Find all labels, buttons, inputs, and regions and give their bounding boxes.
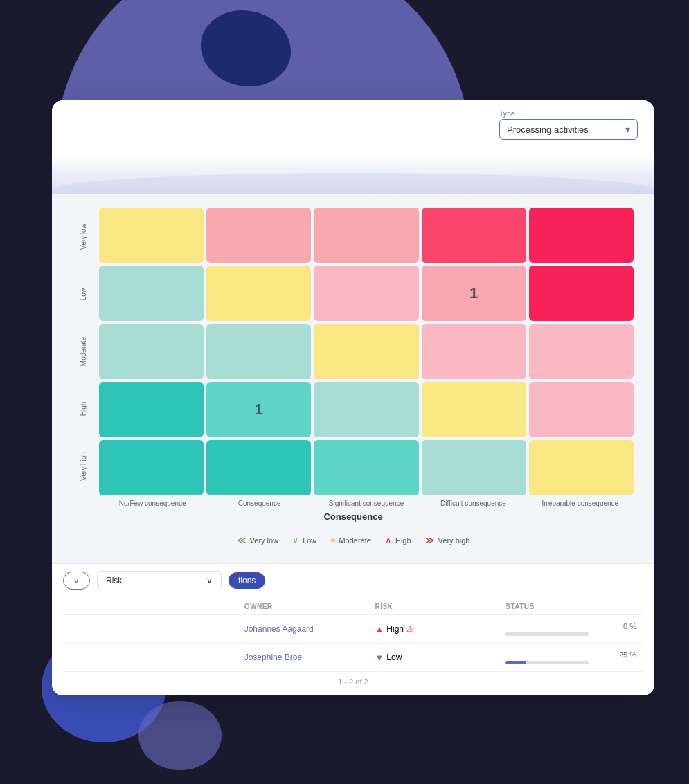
row1-risk: ▲ High ⚠ <box>375 624 505 635</box>
y-label-low: Low <box>55 284 111 304</box>
cell-r5-c5[interactable] <box>529 440 634 495</box>
legend-item-moderate: ≈ Moderate <box>330 535 371 545</box>
cell-r3-c5[interactable] <box>529 324 634 379</box>
cell-r2-c5[interactable] <box>529 266 634 321</box>
cell-r1-c2[interactable] <box>206 208 311 263</box>
warning-icon: ⚠ <box>406 624 414 634</box>
cell-r4-c3[interactable] <box>314 382 418 437</box>
table-row: Johannes Aagaard ▲ High ⚠ 0 % <box>63 615 643 644</box>
row1-progress-bar <box>505 632 589 636</box>
consequence-title: Consequence <box>73 511 634 522</box>
cell-r2-c3[interactable] <box>314 266 418 321</box>
x-axis: No/Few consequence Consequence Significa… <box>73 500 634 507</box>
cell-r5-c2[interactable] <box>206 440 311 495</box>
very-high-icon: ≫ <box>425 535 435 545</box>
bottom-section: ∨ Risk ∨ tions OWNER RISK STATUS Johanne… <box>52 563 654 695</box>
cell-r3-c3[interactable] <box>314 324 418 379</box>
chevron-down-icon: ▾ <box>625 124 630 135</box>
legend-item-veryhigh: ≫ Very high <box>425 535 470 545</box>
cell-r3-c4[interactable] <box>422 324 526 379</box>
cell-r4-c2[interactable]: 1 <box>206 382 311 437</box>
matrix-wrapper: Very high High Moderate Low Very low 1 <box>73 208 634 495</box>
col-header-owner: OWNER <box>244 603 375 610</box>
legend-label-veryhigh: Very high <box>438 536 470 545</box>
actions-label: tions <box>238 576 256 585</box>
table-row: Josephine Broe ▼ Low 25 % <box>63 644 643 672</box>
card-header: Type Processing activities ▾ <box>52 100 654 156</box>
row1-percent: 0 % <box>505 622 636 630</box>
cell-r3-c2[interactable] <box>206 324 311 379</box>
row2-progress-fill <box>505 661 526 664</box>
cell-r5-c1[interactable] <box>99 440 204 495</box>
x-label-2: Consequence <box>206 500 312 507</box>
cell-r1-c5[interactable] <box>529 208 634 263</box>
row1-status: 0 % <box>505 622 636 636</box>
cell-r2-c4[interactable]: 1 <box>422 266 526 321</box>
type-dropdown[interactable]: Processing activities ▾ <box>499 119 638 140</box>
low-icon: ∨ <box>292 535 299 545</box>
y-label-high: High <box>55 399 111 419</box>
cell-r4-c4[interactable] <box>422 382 526 437</box>
risk-legend: ≪ Very low ∨ Low ≈ Moderate ∧ High ≫ Ver… <box>73 529 634 551</box>
arrow-down-icon: ▼ <box>375 653 384 663</box>
y-label-moderate: Moderate <box>55 341 111 362</box>
actions-button[interactable]: tions <box>229 572 265 589</box>
x-label-5: Irreparable consequence <box>527 500 634 507</box>
matrix-container: Very high High Moderate Low Very low 1 <box>52 194 654 558</box>
legend-label-moderate: Moderate <box>339 536 370 545</box>
col-header-status: STATUS <box>505 603 636 610</box>
col-header-risk: RISK <box>375 603 505 610</box>
y-label-verylow: Very low <box>55 226 111 247</box>
row2-percent: 25 % <box>505 650 636 659</box>
moderate-icon: ≈ <box>330 535 335 545</box>
risk-dropdown-label: Risk <box>106 576 122 585</box>
legend-label-high: High <box>395 536 411 545</box>
legend-item-verylow: ≪ Very low <box>237 535 279 545</box>
filter-arrow-icon: ∨ <box>73 576 80 585</box>
wave-decoration <box>52 156 654 194</box>
legend-item-low: ∨ Low <box>292 535 316 545</box>
x-label-3: Significant consequence <box>313 500 420 507</box>
row1-owner[interactable]: Johannes Aagaard <box>244 624 375 634</box>
high-icon: ∧ <box>385 535 392 545</box>
row2-owner[interactable]: Josephine Broe <box>244 653 375 662</box>
risk-matrix-grid: 1 1 <box>99 208 634 495</box>
pagination: 1 - 2 of 2 <box>63 672 643 689</box>
legend-label-verylow: Very low <box>250 536 279 545</box>
cell-r2-c2[interactable] <box>206 266 311 321</box>
row2-risk-label: Low <box>386 653 402 662</box>
x-label-1: No/Few consequence <box>99 500 206 507</box>
cell-r1-c1[interactable] <box>99 208 204 263</box>
x-label-4: Difficult consequence <box>420 500 526 507</box>
main-card: Type Processing activities ▾ Very high H… <box>52 100 654 695</box>
very-low-icon: ≪ <box>237 535 247 545</box>
filter-button[interactable]: ∨ <box>63 572 90 590</box>
cell-r4-c5[interactable] <box>529 382 634 437</box>
cell-r5-c4[interactable] <box>422 440 526 495</box>
table-header: OWNER RISK STATUS <box>63 599 643 615</box>
filter-row: ∨ Risk ∨ tions <box>63 571 643 590</box>
cell-r3-c1[interactable] <box>99 324 204 379</box>
bg-blob-bottom-right <box>138 701 222 770</box>
cell-r1-c4[interactable] <box>422 208 526 263</box>
cell-r4-c1[interactable] <box>99 382 204 437</box>
legend-item-high: ∧ High <box>385 535 411 545</box>
type-dropdown-value: Processing activities <box>507 125 589 135</box>
cell-r2-c1[interactable] <box>99 266 204 321</box>
row1-risk-label: High <box>386 624 404 634</box>
row2-risk: ▼ Low <box>375 653 505 663</box>
col-header-empty <box>70 603 244 610</box>
type-dropdown-container: Type Processing activities ▾ <box>499 110 638 140</box>
risk-dropdown-arrow: ∨ <box>206 576 213 585</box>
legend-label-low: Low <box>303 536 316 545</box>
risk-dropdown[interactable]: Risk ∨ <box>97 571 222 590</box>
arrow-up-icon: ▲ <box>375 624 384 635</box>
cell-r1-c3[interactable] <box>314 208 418 263</box>
type-label: Type <box>499 110 515 118</box>
y-label-veryhigh: Very high <box>55 456 111 477</box>
y-axis: Very high High Moderate Low Very low <box>73 208 99 495</box>
row2-status: 25 % <box>505 650 636 664</box>
row2-progress-bar <box>505 661 589 664</box>
cell-r5-c3[interactable] <box>314 440 418 495</box>
